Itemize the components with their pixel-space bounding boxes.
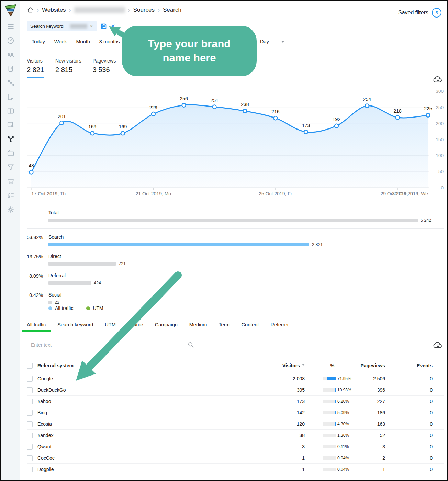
col-referral-system[interactable]: Referral system bbox=[37, 363, 243, 368]
cell-percent: 4.30% bbox=[305, 422, 360, 426]
source-percent: 0.42% bbox=[27, 292, 43, 305]
tab-referrer[interactable]: Referrer bbox=[270, 322, 289, 332]
row-checkbox[interactable] bbox=[27, 455, 33, 461]
audience-icon[interactable] bbox=[7, 51, 15, 59]
cell-name[interactable]: DuckDuckGo bbox=[37, 387, 243, 393]
col-pageviews[interactable]: Pageviews bbox=[360, 363, 385, 368]
breadcrumb-search[interactable]: Search bbox=[163, 7, 181, 13]
files-icon[interactable] bbox=[7, 149, 15, 157]
cell-name[interactable]: Yandex bbox=[37, 433, 243, 438]
source-barline: 22 bbox=[48, 300, 61, 305]
tab-campaign[interactable]: Campaign bbox=[155, 322, 178, 332]
legend-item-utm[interactable]: UTM bbox=[86, 305, 103, 311]
table-row[interactable]: Qwant30.11%30 bbox=[27, 441, 444, 452]
row-checkbox[interactable] bbox=[27, 410, 33, 416]
cloud-download-icon[interactable] bbox=[433, 75, 444, 84]
tab-source[interactable]: Source bbox=[127, 322, 143, 332]
tasks-icon[interactable] bbox=[7, 191, 15, 200]
row-checkbox[interactable] bbox=[27, 433, 33, 438]
table-row[interactable]: Dogpile10.04%10 bbox=[27, 464, 444, 475]
table-row[interactable]: Yahoo1736.20%2270 bbox=[27, 396, 444, 407]
cell-pageviews: 396 bbox=[360, 387, 385, 393]
home-icon[interactable] bbox=[27, 7, 34, 13]
cell-name[interactable]: Dogpile bbox=[37, 467, 243, 472]
table-row[interactable]: Yandex381.36%520 bbox=[27, 430, 444, 441]
row-checkbox[interactable] bbox=[27, 444, 33, 450]
tab-search-keyword[interactable]: Search keyword bbox=[57, 322, 93, 332]
traffic-chart[interactable]: 05010015020025030017 Oct 2019, Th21 Oct … bbox=[27, 83, 446, 198]
cell-pageviews: 227 bbox=[360, 399, 385, 404]
table-row[interactable]: Ecosia1204.30%1630 bbox=[27, 418, 444, 430]
filter-chip[interactable]: Search keyword ✕ bbox=[27, 21, 97, 31]
table-row[interactable]: Google2 00871.95%2 5060 bbox=[27, 373, 444, 384]
select-all-checkbox[interactable] bbox=[27, 363, 33, 369]
cloud-download-icon[interactable] bbox=[433, 340, 444, 349]
chip-remove-icon[interactable]: ✕ bbox=[90, 24, 93, 29]
tab-term[interactable]: Term bbox=[219, 322, 229, 332]
funnel-icon[interactable] bbox=[7, 163, 15, 171]
finteza-logo-icon[interactable] bbox=[5, 4, 16, 18]
stat-pageviews[interactable]: Pageviews3 536 bbox=[93, 58, 116, 78]
stat-visitors[interactable]: Visitors2 821 bbox=[27, 58, 44, 78]
save-filter-icon[interactable] bbox=[100, 23, 107, 30]
cell-name[interactable]: Google bbox=[37, 376, 243, 381]
sources-icon[interactable] bbox=[7, 135, 15, 143]
row-checkbox[interactable] bbox=[27, 467, 33, 472]
cell-visitors: 3 bbox=[243, 444, 305, 449]
menu-icon[interactable] bbox=[7, 22, 15, 31]
flow-icon[interactable] bbox=[7, 79, 15, 87]
period-3-months[interactable]: 3 months bbox=[99, 39, 120, 44]
percent-label: 6.20% bbox=[337, 399, 349, 404]
cell-name[interactable]: Qwant bbox=[37, 444, 243, 449]
interval-select[interactable]: Day bbox=[255, 36, 289, 47]
period-today[interactable]: Today bbox=[32, 39, 45, 44]
stat-new-visitors[interactable]: New visitors2 815 bbox=[55, 58, 81, 78]
breadcrumb-sources[interactable]: Sources bbox=[133, 7, 155, 13]
tab-utm[interactable]: UTM bbox=[105, 322, 115, 332]
legend-item-all-traffic[interactable]: All traffic bbox=[48, 305, 73, 311]
col-visitors[interactable]: Visitors bbox=[243, 363, 305, 368]
cell-name[interactable]: Bing bbox=[37, 410, 243, 415]
settings-icon[interactable] bbox=[7, 205, 15, 214]
search-input[interactable] bbox=[27, 339, 197, 350]
svg-text:254: 254 bbox=[363, 97, 371, 102]
tab-medium[interactable]: Medium bbox=[189, 322, 207, 332]
source-barline: 424 bbox=[48, 281, 101, 286]
total-label: Total bbox=[48, 210, 444, 215]
tab-all-traffic[interactable]: All traffic bbox=[27, 322, 46, 332]
row-checkbox[interactable] bbox=[27, 399, 33, 404]
clear-filter-icon[interactable]: ✕ bbox=[111, 23, 115, 29]
breadcrumb-websites[interactable]: Websites bbox=[42, 7, 66, 13]
windows-icon[interactable] bbox=[7, 107, 15, 115]
svg-text:150: 150 bbox=[436, 137, 444, 142]
search-icon[interactable] bbox=[188, 342, 194, 348]
period-month[interactable]: Month bbox=[76, 39, 90, 44]
breadcrumb-site-redacted[interactable] bbox=[74, 7, 125, 13]
table-row[interactable]: CocCoc10.04%20 bbox=[27, 452, 444, 464]
divider bbox=[22, 333, 444, 333]
row-checkbox[interactable] bbox=[27, 376, 33, 382]
col-events[interactable]: Events bbox=[385, 363, 433, 368]
pages-icon[interactable] bbox=[7, 93, 15, 101]
percent-fill bbox=[336, 445, 336, 448]
cart-icon[interactable] bbox=[7, 177, 15, 186]
stat-label: New visitors bbox=[55, 58, 81, 64]
col-percent[interactable]: % bbox=[305, 363, 360, 368]
cell-name[interactable]: Ecosia bbox=[37, 421, 243, 427]
period-week[interactable]: Week bbox=[54, 39, 67, 44]
traffic-icon[interactable] bbox=[7, 65, 15, 73]
source-value: 22 bbox=[55, 300, 59, 305]
dashboard-icon[interactable] bbox=[7, 36, 15, 45]
tab-content[interactable]: Content bbox=[242, 322, 259, 332]
cell-name[interactable]: CocCoc bbox=[37, 455, 243, 461]
table-row[interactable]: DuckDuckGo30510.93%3960 bbox=[27, 384, 444, 396]
table-row[interactable]: Bing1425.09%1860 bbox=[27, 407, 444, 418]
select-icon[interactable] bbox=[7, 121, 15, 129]
source-main: Referral424 bbox=[48, 273, 101, 286]
row-checkbox[interactable] bbox=[27, 421, 33, 427]
row-checkbox[interactable] bbox=[27, 387, 33, 393]
cell-events: 0 bbox=[385, 399, 433, 404]
saved-filters[interactable]: Saved filters 5 bbox=[398, 8, 441, 18]
cell-name[interactable]: Yahoo bbox=[37, 399, 243, 404]
percent-label: 4.30% bbox=[337, 422, 349, 426]
